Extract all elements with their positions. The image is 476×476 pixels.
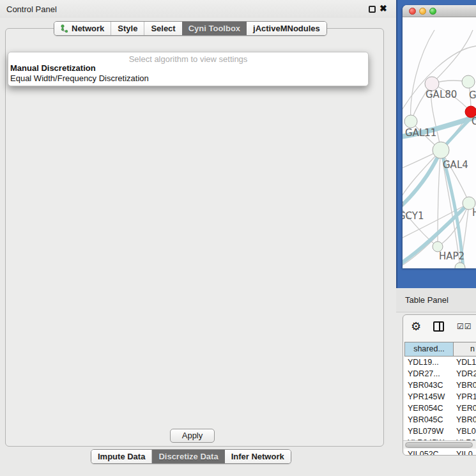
table-row[interactable]: YDR27...YDR2 [404, 368, 476, 380]
node-label: GAL4 [443, 159, 468, 171]
cell-shared-name: YDR27... [404, 368, 456, 380]
tab-select[interactable]: Select [144, 22, 181, 35]
apply-button[interactable]: Apply [170, 429, 215, 443]
network-icon [61, 24, 68, 33]
control-panel-titlebar: Control Panel ✖ [0, 0, 396, 18]
tab-jactivemnodules-label: jActiveMNodules [253, 22, 320, 35]
cell-name: YBL0 [456, 426, 476, 437]
cell-name: YBR0 [456, 380, 476, 391]
table-panel-container: ⚙ ☑☑ shared... n YDL19...YDL1YDR27...YDR… [403, 314, 476, 456]
popup-item[interactable]: Equal Width/Frequency Discretization [8, 73, 368, 84]
table-horizontal-scrollbar[interactable] [403, 440, 476, 449]
popup-item[interactable]: Manual Discretization [8, 63, 368, 73]
tab-infer-network-label: Infer Network [231, 450, 284, 463]
float-window-icon[interactable] [369, 6, 376, 13]
tab-select-label: Select [151, 22, 175, 35]
close-icon[interactable]: ✖ [380, 3, 387, 13]
tab-impute-data[interactable]: Impute Data [91, 450, 152, 463]
table-panel-titlebar: Table Panel [396, 289, 476, 312]
column-header-name[interactable]: n [454, 342, 476, 357]
cell-shared-name: YIL052C [404, 449, 456, 456]
popup-placeholder: Select algorithm to view settings [8, 52, 368, 63]
zoom-traffic-light[interactable] [429, 8, 436, 15]
minimize-traffic-light[interactable] [419, 8, 426, 15]
top-tab-bar: Network Style Select Cyni Toolbox jActiv… [54, 21, 327, 36]
node-label: GAL11 [405, 127, 436, 139]
cyni-toolbox-panel [5, 28, 384, 447]
table-header-row: shared... n [404, 342, 476, 357]
table-row[interactable]: YBR045CYBR0 [404, 414, 476, 426]
node-label: GCY1 [403, 210, 424, 222]
network-node[interactable] [404, 115, 417, 128]
scrollbar-thumb[interactable] [405, 442, 473, 448]
checkbox-icons[interactable]: ☑☑ [457, 322, 472, 331]
network-window-titlebar[interactable] [403, 5, 476, 17]
algorithm-dropdown-popup: Select algorithm to view settings Manual… [8, 52, 369, 86]
bottom-tab-bar: Impute Data Discretize Data Infer Networ… [91, 449, 291, 464]
cell-shared-name: YPR145W [404, 391, 456, 403]
table-row[interactable]: YER054CYER0 [404, 403, 476, 414]
tab-infer-network[interactable]: Infer Network [225, 450, 291, 463]
tab-network[interactable]: Network [54, 22, 111, 35]
cell-name: YER0 [456, 403, 476, 414]
panel-title: Control Panel [6, 4, 57, 14]
network-view-window: GAL80GACGAL11GAL4GCY1HHAP2 [403, 5, 476, 268]
cell-name: YPR1 [456, 391, 476, 403]
table-row[interactable]: YBR043CYBR0 [404, 380, 476, 391]
network-node[interactable] [433, 142, 449, 158]
network-node[interactable] [403, 198, 403, 210]
cell-name: YBR0 [456, 414, 476, 426]
tab-impute-data-label: Impute Data [98, 450, 145, 463]
cell-shared-name: YBR043C [404, 380, 456, 391]
split-table-icon[interactable] [433, 321, 444, 332]
cell-name: YIL0 [456, 449, 476, 456]
cell-name: YDR2 [456, 368, 476, 380]
tab-style[interactable]: Style [111, 22, 144, 35]
node-label: C [472, 116, 476, 127]
tab-jactivemnodules[interactable]: jActiveMNodules [247, 22, 326, 35]
node-label: GA [469, 89, 476, 101]
node-label: H [472, 207, 476, 219]
network-canvas[interactable]: GAL80GACGAL11GAL4GCY1HHAP2 [403, 17, 476, 268]
close-traffic-light[interactable] [409, 8, 416, 15]
table-row[interactable]: YIL052CYIL0 [404, 449, 476, 456]
node-label: GAL80 [426, 89, 457, 100]
tab-style-label: Style [118, 22, 137, 35]
table-row[interactable]: YPR145WYPR1 [404, 391, 476, 403]
tab-discretize-data[interactable]: Discretize Data [152, 450, 224, 463]
network-node[interactable] [462, 75, 475, 88]
cell-shared-name: YDL19... [404, 357, 456, 368]
cell-shared-name: YBL079W [404, 426, 456, 437]
tab-discretize-data-label: Discretize Data [158, 450, 218, 463]
cell-name: YDL1 [456, 357, 476, 368]
node-label: HAP2 [439, 250, 464, 262]
cell-shared-name: YER054C [404, 403, 456, 414]
tab-network-label: Network [72, 22, 104, 35]
tab-cyni-toolbox[interactable]: Cyni Toolbox [182, 22, 247, 35]
cell-shared-name: YBR045C [404, 414, 456, 426]
gear-icon[interactable]: ⚙ [411, 319, 421, 334]
tab-cyni-toolbox-label: Cyni Toolbox [188, 22, 240, 35]
table-panel-title: Table Panel [405, 295, 449, 305]
table-row[interactable]: YBL079WYBL0 [404, 426, 476, 437]
table-row[interactable]: YDL19...YDL1 [404, 357, 476, 368]
column-header-shared[interactable]: shared... [404, 342, 454, 357]
